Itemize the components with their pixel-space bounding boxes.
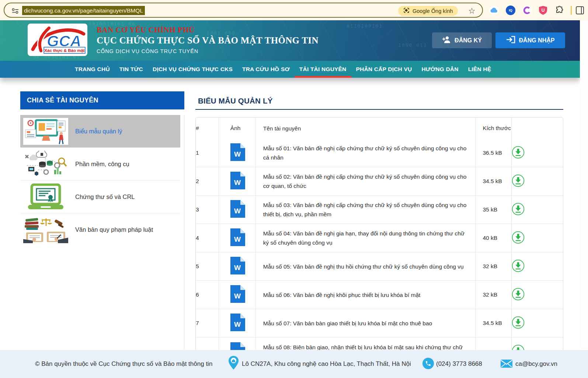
extensions-puzzle-icon[interactable] [555, 6, 564, 15]
sidebar-item-label: Chứng thư số và CRL [75, 193, 135, 200]
software-tools-thumbnail [23, 151, 68, 178]
google-lens-label: Google Ống kính [413, 8, 453, 14]
svg-text:W: W [234, 179, 241, 186]
row-index: 2 [196, 167, 219, 196]
resource-name[interactable]: Mẫu số 05: Văn bản đề nghị thu hồi chứng… [256, 252, 476, 281]
resource-size: 34.5 kB [476, 167, 512, 196]
certificate-crl-thumbnail [23, 183, 68, 210]
sidebar-list: Biểu mẫu quản lý [20, 115, 184, 354]
iq-extension-icon[interactable]: IQ [506, 6, 515, 15]
address-bar[interactable]: dichvucong.ca.gov.vn/page/taitainguyen/B… [4, 3, 483, 18]
download-button[interactable] [512, 288, 525, 301]
svg-text:W: W [234, 235, 241, 243]
download-button[interactable] [512, 174, 525, 187]
word-document-icon: W [230, 184, 245, 190]
resources-table: # Ảnh Tên tài nguyên Kích thước 1WMẫu số… [195, 117, 563, 366]
resource-size: 32 kB [476, 281, 512, 309]
login-arrow-icon [506, 36, 515, 45]
resource-name[interactable]: Mẫu số 04: Văn bản đề nghị gia hạn, thay… [256, 224, 476, 252]
sidebar: CHIA SẺ TÀI NGUYÊN [20, 91, 184, 354]
row-index: 3 [196, 196, 219, 224]
google-lens-chip[interactable]: Google Ống kính [398, 6, 458, 16]
header-agency-line2: CỤC CHỨNG THỰC SỐ VÀ BẢO MẬT THÔNG TIN [97, 35, 319, 46]
row-index: 6 [196, 281, 219, 309]
download-button[interactable] [512, 316, 525, 329]
c-extension-icon[interactable] [522, 6, 532, 15]
resource-size: 36.5 kB [476, 139, 512, 167]
svg-text:W: W [234, 264, 241, 272]
nav-item-tra-cuu-ho-so[interactable]: TRA CỨU HỒ SƠ [237, 61, 295, 78]
page-title: BIỂU MẪU QUẢN LÝ [195, 97, 563, 105]
svg-text:W: W [234, 207, 241, 215]
side-panel-icon[interactable] [576, 6, 584, 14]
resource-name[interactable]: Mẫu số 03: Văn bản đề nghị cấp chứng thư… [256, 196, 476, 224]
url-text-selected[interactable]: dichvucong.ca.gov.vn/page/taitainguyen/B… [22, 6, 145, 15]
col-header-actions [512, 118, 563, 139]
header-portal-subtitle: CỔNG DỊCH VỤ CÔNG TRỰC TUYẾN [97, 48, 198, 54]
bg-digits: 0110100101 [347, 23, 383, 29]
table-row: 7WMẫu số 07: Văn bản bàn giao thiết bị l… [196, 309, 563, 337]
nav-item-trang-chu[interactable]: TRANG CHỦ [70, 61, 115, 78]
phone-icon [422, 358, 434, 369]
footer-phone[interactable]: (024) 3773 8668 [436, 360, 482, 368]
table-row: 2WMẫu số 02: Văn bản đề nghị cấp chứng t… [196, 167, 563, 196]
browser-toolbar: dichvucong.ca.gov.vn/page/taitainguyen/B… [0, 0, 588, 20]
table-row: 5WMẫu số 05: Văn bản đề nghị thu hồi chứ… [196, 252, 563, 281]
row-index: 7 [196, 309, 219, 337]
sidebar-item-phan-mem-cong-cu[interactable]: Phần mềm, công cụ [20, 148, 180, 181]
col-header-index: # [196, 118, 219, 139]
nav-item-phan-cap-dich-vu[interactable]: PHÂN CẤP DỊCH VỤ [351, 61, 417, 78]
sidebar-item-label: Văn bản quy phạm pháp luật [75, 226, 153, 233]
site-settings-icon[interactable] [12, 8, 19, 15]
row-index: 1 [196, 139, 219, 167]
login-button[interactable]: ĐĂNG NHẬP [495, 32, 565, 48]
sidebar-item-label: Biểu mẫu quản lý [75, 128, 122, 135]
sidebar-item-bieu-mau-quan-ly[interactable]: Biểu mẫu quản lý [20, 115, 180, 148]
svg-text:Xác thực & Bảo mật: Xác thực & Bảo mật [44, 48, 84, 53]
main-navigation: TRANG CHỦ TIN TỨC DỊCH VỤ CHỨNG THỰC CKS… [0, 61, 580, 78]
download-button[interactable] [512, 146, 525, 159]
cloud-extension-icon[interactable] [489, 6, 499, 15]
resource-name[interactable]: Mẫu số 07: Văn bản bàn giao thiết bị lưu… [256, 309, 476, 337]
ublock-shield-icon[interactable]: U [538, 6, 548, 15]
scrollbar-track[interactable] [580, 20, 588, 378]
bookmark-star-icon[interactable]: ☆ [468, 6, 476, 16]
resource-name[interactable]: Mẫu số 02: Văn bản đề nghị cấp chứng thư… [256, 167, 476, 196]
table-row: 3WMẫu số 03: Văn bản đề nghị cấp chứng t… [196, 196, 563, 224]
table-row: 4WMẫu số 04: Văn bản đề nghị gia hạn, th… [196, 224, 563, 252]
download-button[interactable] [512, 203, 525, 216]
table-header-row: # Ảnh Tên tài nguyên Kích thước [196, 118, 563, 139]
resource-name[interactable]: Mẫu số 01: Văn bản đề nghị cấp chứng thư… [256, 139, 476, 167]
word-document-icon: W [230, 156, 245, 162]
download-button[interactable] [512, 231, 525, 244]
table-row: 1WMẫu số 01: Văn bản đề nghị cấp chứng t… [196, 139, 563, 167]
register-label: ĐĂNG KÝ [455, 37, 482, 44]
footer-email[interactable]: ca@bcy.gov.vn [515, 360, 557, 368]
nav-item-dich-vu-chung-thuc-cks[interactable]: DỊCH VỤ CHỨNG THỰC CKS [148, 61, 237, 78]
forms-management-thumbnail [23, 118, 68, 145]
nav-item-lien-he[interactable]: LIÊN HỆ [463, 61, 496, 78]
download-button[interactable] [512, 259, 525, 272]
location-pin-icon [229, 356, 239, 371]
row-index: 4 [196, 224, 219, 252]
row-index: 5 [196, 252, 219, 281]
legal-documents-thumbnail [23, 216, 68, 243]
sidebar-item-label: Phần mềm, công cụ [75, 161, 129, 168]
bg-digits: 1000 011 [398, 42, 427, 48]
gca-logo[interactable]: GCA Xác thực & Bảo mật [28, 24, 87, 56]
col-header-name: Tên tài nguyên [256, 118, 476, 139]
sidebar-item-van-ban-phap-luat[interactable]: Văn bản quy phạm pháp luật [20, 213, 180, 246]
nav-item-tai-tai-nguyen[interactable]: TẢI TÀI NGUYÊN [295, 61, 351, 78]
register-button[interactable]: ĐĂNG KÝ [432, 32, 492, 48]
sidebar-title: CHIA SẺ TÀI NGUYÊN [20, 91, 184, 109]
header-agency-line1: BAN CƠ YẾU CHÍNH PHỦ [97, 25, 195, 35]
nav-item-tin-tuc[interactable]: TIN TỨC [115, 61, 148, 78]
table-row: 6WMẫu số 06: Văn bản đề nghị khôi phục t… [196, 281, 563, 309]
sidebar-item-chung-thu-so-crl[interactable]: Chứng thư số và CRL [20, 181, 180, 213]
resource-name[interactable]: Mẫu số 06: Văn bản đề nghị khôi phục thi… [256, 281, 476, 309]
main-content: BIỂU MẪU QUẢN LÝ # Ảnh Tên tài nguyên Kí… [195, 97, 563, 366]
nav-item-huong-dan[interactable]: HƯỚNG DẪN [417, 61, 463, 78]
word-document-icon: W [230, 241, 245, 247]
site-header: 0010010101 00 1001 000 0110100101 1000 0… [0, 20, 580, 61]
word-document-icon: W [230, 269, 245, 276]
